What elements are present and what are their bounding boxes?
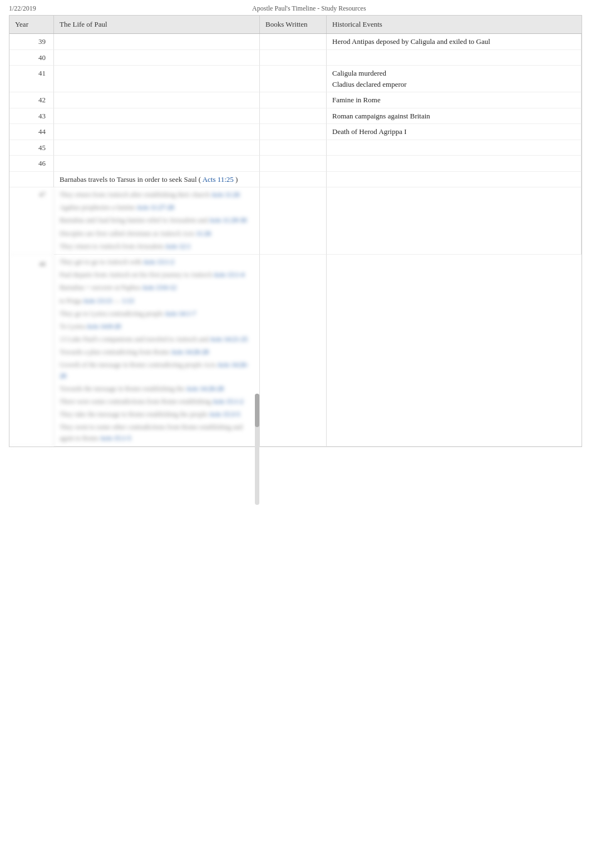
table-header-row: Year The Life of Paul Books Written Hist… xyxy=(9,16,582,34)
events-46 xyxy=(327,156,582,172)
acts-13-1-4-link[interactable]: Acts 13:1-4 xyxy=(213,271,244,279)
timeline-table: Year The Life of Paul Books Written Hist… xyxy=(9,15,582,447)
year-47: 47 xyxy=(9,187,54,255)
acts-14-1-link[interactable]: Acts 14:1-7 xyxy=(165,310,196,318)
acts-14-26-link-3[interactable]: Acts 14:26-28 xyxy=(186,385,224,393)
year-44: 44 xyxy=(9,124,54,140)
year-42: 42 xyxy=(9,92,54,108)
life-42 xyxy=(54,92,260,108)
page-title: Apostle Paul's Timeline - Study Resource… xyxy=(36,4,582,13)
books-45 xyxy=(260,140,327,156)
books-46 xyxy=(260,156,327,172)
year-43: 43 xyxy=(9,108,54,125)
acts-12-1-link[interactable]: Acts 12:1 xyxy=(165,242,190,250)
books-40 xyxy=(260,50,327,66)
events-barnabas xyxy=(327,172,582,188)
scroll-thumb[interactable] xyxy=(255,394,259,427)
books-44 xyxy=(260,124,327,140)
books-39 xyxy=(260,34,327,50)
events-39: Herod Antipas deposed by Caligula and ex… xyxy=(327,34,582,50)
acts-15-1-link[interactable]: Acts 15:1-2 xyxy=(212,398,243,405)
page-date: 1/22/2019 xyxy=(9,4,36,13)
acts-11-26-link-1[interactable]: Acts 11:26 xyxy=(211,191,240,199)
acts-11-25-link[interactable]: Acts 11:25 xyxy=(203,175,234,183)
books-48 xyxy=(260,255,327,447)
books-41 xyxy=(260,66,327,92)
life-46 xyxy=(54,156,260,172)
page-header: 1/22/2019 Apostle Paul's Timeline - Stud… xyxy=(0,0,591,15)
books-42 xyxy=(260,92,327,108)
event-caligula: Caligula murdered xyxy=(332,68,575,79)
col-header-year: Year xyxy=(9,16,54,33)
acts-13-6-link[interactable]: Acts 13:6-12 xyxy=(142,284,176,291)
life-48-blurred: They get to go to Antioch with Acts 13:1… xyxy=(60,257,254,444)
scroll-track xyxy=(255,394,259,505)
year-48: 48 xyxy=(9,255,54,447)
life-39 xyxy=(54,34,260,50)
acts-11-29-link[interactable]: Acts 11:29-30 xyxy=(209,216,247,224)
life-47: They return from Antioch after establish… xyxy=(54,187,260,255)
acts-11-26-link-2[interactable]: 11:26 xyxy=(196,230,211,237)
events-40 xyxy=(327,50,582,66)
events-41: Caligula murdered Cladius declared emper… xyxy=(327,66,582,92)
acts-15-3-link[interactable]: Acts 15:3-5 xyxy=(209,410,240,418)
events-44: Death of Herod Agrippa I xyxy=(327,124,582,140)
books-barnabas xyxy=(260,172,327,188)
books-47 xyxy=(260,187,327,255)
life-48: They get to go to Antioch with Acts 13:1… xyxy=(54,255,260,447)
year-45: 45 xyxy=(9,140,54,156)
acts-14-26-link-2[interactable]: Acts 14:26-28 xyxy=(60,361,248,379)
events-43: Roman campaigns against Britain xyxy=(327,108,582,125)
year-40: 40 xyxy=(9,50,54,66)
books-43 xyxy=(260,108,327,125)
life-40 xyxy=(54,50,260,66)
events-47 xyxy=(327,187,582,255)
year-46: 46 xyxy=(9,156,54,172)
life-45 xyxy=(54,140,260,156)
year-barnabas xyxy=(9,172,54,188)
acts-14-21-link[interactable]: Acts 14:21-25 xyxy=(210,335,248,343)
life-43 xyxy=(54,108,260,125)
acts-15-1-5-link[interactable]: Acts 15:1-5 xyxy=(100,434,131,442)
events-45 xyxy=(327,140,582,156)
life-44 xyxy=(54,124,260,140)
acts-13-13-link[interactable]: Acts 13:13 xyxy=(83,297,112,305)
event-cladius: Cladius declared emperor xyxy=(332,79,575,90)
life-41 xyxy=(54,66,260,92)
acts-11-27-link[interactable]: Acts 11:27-28 xyxy=(136,204,174,211)
life-47-blurred: They return from Antioch after establish… xyxy=(60,190,254,252)
events-42: Famine in Rome xyxy=(327,92,582,108)
acts-14-26-link-1[interactable]: Acts 14:26-28 xyxy=(171,348,209,356)
barnabas-text-after: ) xyxy=(234,175,238,183)
barnabas-text-before: Barnabas travels to Tarsus in order to s… xyxy=(60,175,203,183)
life-barnabas: Barnabas travels to Tarsus in order to s… xyxy=(54,172,260,188)
acts-14-8-link[interactable]: Acts 14:8-20 xyxy=(86,323,121,330)
col-header-life: The Life of Paul xyxy=(54,16,260,33)
year-41: 41 xyxy=(9,66,54,92)
year-39: 39 xyxy=(9,34,54,50)
table-body: 39 Herod Antipas deposed by Caligula and… xyxy=(9,34,582,447)
acts-13-1-link[interactable]: Acts 13:1-2 xyxy=(143,258,174,266)
col-header-books: Books Written xyxy=(260,16,327,33)
col-header-events: Historical Events xyxy=(327,16,582,33)
events-48 xyxy=(327,255,582,447)
acts-1-13-link[interactable]: 1:13 xyxy=(122,297,134,305)
